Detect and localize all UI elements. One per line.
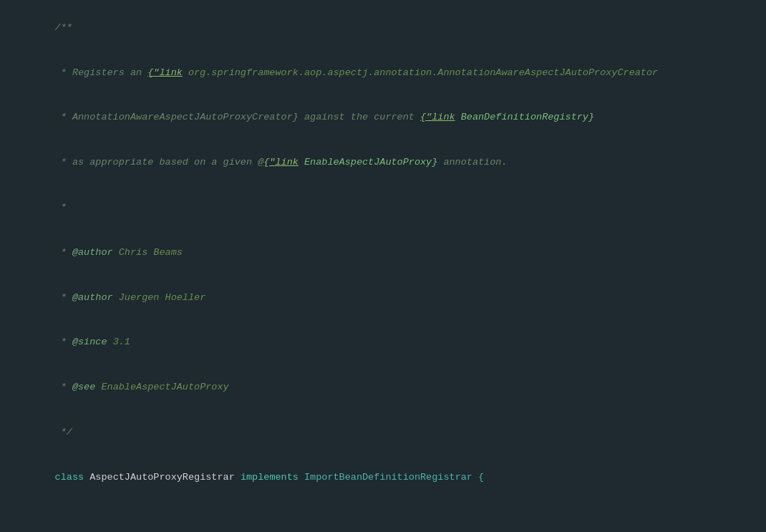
line-6: * @author Chris Beams [0,231,766,276]
code-token: * Registers an [55,67,148,78]
line-content: /** [20,515,763,532]
code-token: EnableAspectJAutoProxy [95,382,228,392]
line-content: * @see EnableAspectJAutoProxy [20,365,763,410]
line-content: * Registers an {"link org.springframewor… [20,51,763,96]
line-3: * AnnotationAwareAspectJAutoProxyCreator… [0,96,766,141]
line-content: */ [20,410,763,455]
code-token: * AnnotationAwareAspectJAutoProxyCreator… [55,112,420,122]
line-content: * AnnotationAwareAspectJAutoProxyCreator… [20,96,763,141]
line-content: /** [20,6,763,51]
code-token: AspectJAutoProxyRegistrar [84,472,241,483]
line-content: * @author Juergen Hoeller [20,276,763,321]
code-token: @since [72,337,107,347]
line-9: * @see EnableAspectJAutoProxy [0,365,766,410]
code-token: class [55,472,84,483]
line-4: * as appropriate based on a given @{"lin… [0,140,766,185]
code-token: @see [72,382,95,392]
code-token: */ [55,427,72,437]
line-7: * @author Juergen Hoeller [0,276,766,321]
code-token: {"link [420,112,455,122]
code-token: Juergen Hoeller [113,292,206,303]
line-1: /** [0,6,766,51]
code-token: @author [72,292,113,303]
code-token: @author [72,247,113,258]
line-blank [0,500,766,515]
line-content [20,500,763,515]
line-content: * @author Chris Beams [20,231,763,276]
code-token: implements [241,472,299,483]
code-token: BeanDefinitionRegistry} [455,112,594,122]
code-token: /** [55,22,72,33]
code-token: org.springframework.aop.aspectj.annotati… [183,67,658,78]
line-content: * as appropriate based on a given @{"lin… [20,140,763,185]
code-token: ImportBeanDefinitionRegistrar { [299,472,484,483]
line-content: * [20,185,763,231]
code-token: * [55,247,72,258]
code-token: * [55,337,72,347]
code-token: Chris Beams [113,247,183,258]
line-jd1: /** [0,515,766,532]
code-token: * [55,382,72,392]
code-token: * [55,202,67,213]
code-token: annotation. [437,157,507,168]
code-token: EnableAspectJAutoProxy} [299,157,437,168]
line-content: * @since 3.1 [20,320,763,365]
line-class-decl: class AspectJAutoProxyRegistrar implemen… [0,455,766,500]
code-token: 3.1 [107,337,130,347]
line-10: */ [0,410,766,455]
code-token: * [55,292,72,303]
code-token: * as appropriate based on a given @ [55,157,264,168]
code-token: {"link [263,157,299,168]
line-5: * [0,185,766,231]
code-editor: /** * Registers an {"link org.springfram… [0,0,766,532]
code-token: {"link [147,67,183,78]
line-2: * Registers an {"link org.springframewor… [0,51,766,96]
line-content: class AspectJAutoProxyRegistrar implemen… [20,455,763,500]
line-8: * @since 3.1 [0,320,766,365]
